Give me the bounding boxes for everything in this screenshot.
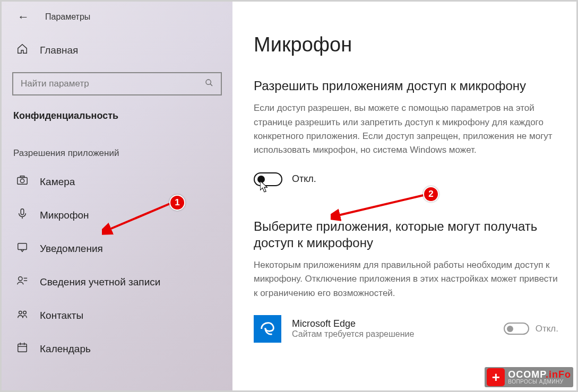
sidebar-item-label: Контакты — [40, 310, 83, 321]
sidebar-item-camera[interactable]: Камера — [2, 165, 232, 198]
allow-apps-description: Если доступ разрешен, вы можете с помощь… — [254, 101, 558, 157]
sidebar-item-microphone[interactable]: Микрофон — [2, 198, 232, 232]
choose-apps-description: Некоторым приложениям для правильной раб… — [254, 258, 558, 300]
app-toggle-state: Откл. — [536, 324, 558, 334]
svg-rect-5 — [21, 209, 24, 215]
back-button[interactable]: ← — [18, 10, 29, 24]
app-name: Microsoft Edge — [292, 318, 493, 329]
watermark: + OCOMP.inFo ВОПРОСЫ АДМИНУ — [485, 367, 573, 387]
category-label: Конфиденциальность — [2, 105, 232, 126]
svg-rect-2 — [18, 178, 27, 185]
content-area: Микрофон Разрешить приложениям доступ к … — [232, 2, 576, 390]
sidebar-item-calendar[interactable]: Календарь — [2, 332, 232, 365]
svg-point-0 — [206, 80, 211, 84]
toggle-knob — [257, 176, 265, 183]
edge-icon — [254, 315, 281, 343]
svg-rect-4 — [20, 176, 24, 178]
svg-point-8 — [19, 277, 22, 281]
sidebar: ← Параметры Главная Конфиденциальность Р… — [2, 2, 232, 390]
app-subtext: Сайтам требуется разрешение — [292, 329, 493, 339]
svg-point-3 — [20, 179, 24, 182]
microphone-icon — [16, 208, 28, 222]
account-icon — [16, 275, 28, 289]
app-row-edge: Microsoft Edge Сайтам требуется разрешен… — [254, 311, 558, 343]
watermark-plus-icon: + — [487, 368, 505, 386]
watermark-suffix: .inFo — [546, 369, 571, 380]
sidebar-item-notifications[interactable]: Уведомления — [2, 232, 232, 265]
choose-apps-heading: Выберите приложения, которые могут получ… — [254, 218, 558, 251]
cursor-icon — [260, 181, 270, 195]
home-nav[interactable]: Главная — [2, 33, 232, 67]
sidebar-item-label: Камера — [40, 176, 75, 188]
sidebar-item-label: Сведения учетной записи — [40, 276, 160, 288]
toggle-knob — [507, 326, 513, 332]
home-label: Главная — [40, 45, 78, 56]
search-input[interactable] — [21, 79, 205, 89]
microphone-access-toggle[interactable] — [254, 172, 282, 186]
app-toggle-edge[interactable] — [504, 323, 529, 335]
svg-rect-7 — [18, 243, 27, 250]
search-box[interactable] — [12, 72, 222, 95]
home-icon — [16, 43, 28, 57]
sidebar-item-contacts[interactable]: Контакты — [2, 299, 232, 332]
watermark-sub: ВОПРОСЫ АДМИНУ — [508, 379, 571, 385]
page-heading: Микрофон — [254, 33, 558, 56]
search-icon — [205, 79, 213, 89]
notification-icon — [16, 241, 28, 256]
app-title: Параметры — [45, 12, 90, 22]
sidebar-item-label: Уведомления — [40, 243, 103, 255]
contacts-icon — [16, 308, 28, 323]
sidebar-item-account[interactable]: Сведения учетной записи — [2, 265, 232, 299]
toggle-state-label: Откл. — [292, 173, 316, 185]
svg-rect-13 — [18, 344, 27, 352]
svg-line-1 — [210, 84, 212, 86]
svg-point-12 — [23, 311, 27, 315]
section-label: Разрешения приложений — [2, 126, 232, 162]
annotation-marker-1: 1 — [169, 195, 185, 211]
sidebar-item-label: Микрофон — [40, 210, 89, 221]
calendar-icon — [16, 342, 28, 356]
allow-apps-heading: Разрешить приложениям доступ к микрофону — [254, 77, 558, 94]
svg-point-11 — [19, 311, 22, 315]
watermark-main: OCOMP — [508, 369, 546, 380]
sidebar-item-label: Календарь — [40, 343, 91, 355]
annotation-marker-2: 2 — [423, 186, 439, 202]
camera-icon — [16, 175, 28, 189]
